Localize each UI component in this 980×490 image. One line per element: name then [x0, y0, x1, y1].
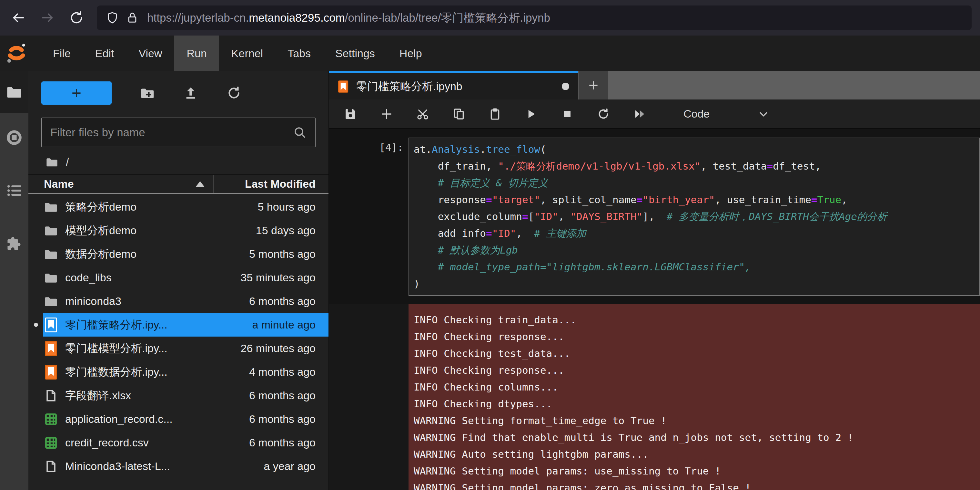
- file-modified: 6 months ago: [249, 295, 328, 308]
- sidebar-tab-file-browser[interactable]: [0, 71, 29, 113]
- reload-icon[interactable]: [69, 10, 84, 25]
- url-bar[interactable]: https://jupyterlab-cn.metanoia8295.com/o…: [97, 5, 972, 30]
- code-line[interactable]: add_info="ID", # 主键添加: [414, 225, 976, 242]
- file-name: 模型分析demo: [65, 223, 256, 238]
- notebook-content: [4]: at.Analysis.tree_flow( df_train, ".…: [329, 129, 980, 490]
- file-browser-panel: + /: [29, 71, 329, 490]
- file-name: 数据分析demo: [65, 247, 249, 262]
- spreadsheet-icon: [43, 435, 59, 450]
- running-kernels-icon[interactable]: [6, 129, 22, 146]
- file-row[interactable]: 策略分析demo 5 hours ago: [29, 195, 328, 219]
- code-line[interactable]: # 默认参数为Lgb: [414, 242, 976, 259]
- code-line[interactable]: at.Analysis.tree_flow(: [414, 141, 976, 158]
- add-cell-icon[interactable]: [380, 108, 393, 120]
- lock-icon[interactable]: [126, 11, 139, 24]
- file-modified: 6 months ago: [249, 389, 328, 402]
- folder-icon: [43, 246, 59, 262]
- output-area: INFO Checking train_data...INFO Checking…: [329, 304, 980, 490]
- menu-item-settings[interactable]: Settings: [323, 35, 387, 71]
- plus-icon: +: [72, 85, 81, 101]
- output-line: WARNING Auto setting lightgbm params...: [414, 446, 977, 463]
- stderr-output: INFO Checking train_data...INFO Checking…: [409, 304, 980, 490]
- output-line: INFO Checking response...: [414, 328, 977, 345]
- notebook-toolbar: Code: [329, 99, 980, 129]
- code-line[interactable]: # 目标定义 & 切片定义: [414, 174, 976, 191]
- notebook-icon: [43, 364, 59, 380]
- app-body: + /: [0, 71, 980, 490]
- file-row[interactable]: credit_record.csv 6 months ago: [29, 431, 328, 455]
- file-name: code_libs: [65, 271, 241, 284]
- stop-icon[interactable]: [561, 108, 574, 120]
- code-line[interactable]: # model_type_path="lightgbm.sklearn.LGBM…: [414, 259, 976, 275]
- menu-items: FileEditViewRunKernelTabsSettingsHelp: [41, 35, 434, 71]
- file-row[interactable]: code_libs 35 minutes ago: [29, 266, 328, 289]
- file-row[interactable]: 零门槛数据分析.ipy... 4 months ago: [29, 360, 328, 384]
- file-row[interactable]: 数据分析demo 5 months ago: [29, 242, 328, 266]
- code-line[interactable]: df_train, "./策略分析demo/v1-lgb/v1-lgb.xlsx…: [414, 158, 976, 174]
- output-line: WARNING Setting model params: use_missin…: [414, 463, 977, 479]
- file-name: 零门槛模型分析.ipy...: [65, 341, 241, 356]
- save-icon[interactable]: [344, 108, 357, 120]
- new-launcher-button[interactable]: +: [41, 81, 111, 105]
- name-column-label: Name: [44, 178, 74, 190]
- shield-icon[interactable]: [106, 11, 119, 24]
- refresh-icon[interactable]: [226, 86, 241, 101]
- plus-icon: +: [589, 76, 598, 95]
- root-folder-icon[interactable]: [45, 156, 59, 169]
- column-header-name[interactable]: Name: [44, 178, 213, 190]
- restart-run-all-icon[interactable]: [633, 108, 646, 120]
- extensions-puzzle-icon[interactable]: [6, 235, 22, 252]
- menu-item-file[interactable]: File: [41, 35, 83, 71]
- run-icon[interactable]: [525, 108, 538, 120]
- menu-item-run[interactable]: Run: [174, 35, 219, 71]
- folder-icon: [6, 84, 22, 101]
- folder-icon: [43, 199, 59, 215]
- back-icon[interactable]: [11, 10, 26, 25]
- column-header-modified[interactable]: Last Modified: [214, 178, 328, 190]
- file-row[interactable]: 零门槛策略分析.ipy... a minute ago: [29, 313, 328, 337]
- dock-tab-bar: 零门槛策略分析.ipynb +: [329, 71, 980, 99]
- forward-icon[interactable]: [40, 10, 55, 25]
- breadcrumb[interactable]: /: [29, 147, 328, 174]
- menu-item-view[interactable]: View: [126, 35, 174, 71]
- menu-item-help[interactable]: Help: [387, 35, 434, 71]
- restart-kernel-icon[interactable]: [597, 108, 610, 120]
- file-row[interactable]: 零门槛模型分析.ipy... 26 minutes ago: [29, 337, 328, 360]
- file-row[interactable]: 字段翻译.xlsx 6 months ago: [29, 384, 328, 407]
- add-tab-button[interactable]: +: [578, 71, 608, 99]
- file-name: 字段翻译.xlsx: [65, 388, 249, 403]
- code-line[interactable]: ): [414, 275, 976, 292]
- file-name: 零门槛数据分析.ipy...: [65, 365, 249, 380]
- new-folder-icon[interactable]: [140, 86, 155, 101]
- cell-type-dropdown[interactable]: Code: [683, 108, 769, 120]
- code-editor[interactable]: at.Analysis.tree_flow( df_train, "./策略分析…: [409, 137, 980, 296]
- file-row[interactable]: miniconda3 6 months ago: [29, 289, 328, 313]
- output-line: WARNING Find that enable_multi is True a…: [414, 429, 977, 446]
- file-row[interactable]: application_record.c... 6 months ago: [29, 407, 328, 431]
- menu-item-label: Help: [399, 47, 422, 60]
- upload-icon[interactable]: [183, 86, 198, 101]
- filter-files-input[interactable]: [50, 126, 293, 139]
- output-line: WARNING Setting model params: zero_as_mi…: [414, 479, 977, 490]
- menu-item-tabs[interactable]: Tabs: [275, 35, 323, 71]
- jupyter-logo-icon: [5, 42, 28, 65]
- file-name: 策略分析demo: [65, 200, 258, 214]
- paste-icon[interactable]: [488, 108, 501, 120]
- file-row[interactable]: 模型分析demo 15 days ago: [29, 219, 328, 242]
- cut-icon[interactable]: [416, 108, 429, 120]
- code-line[interactable]: response="target", split_col_name="birth…: [414, 191, 976, 208]
- cell-output-gap: [329, 296, 980, 304]
- screen: https://jupyterlab-cn.metanoia8295.com/o…: [0, 0, 980, 490]
- notebook-tab-title: 零门槛策略分析.ipynb: [356, 79, 555, 94]
- url-prefix: https://jupyterlab-cn.: [147, 11, 249, 24]
- file-row[interactable]: Miniconda3-latest-L... a year ago: [29, 455, 328, 478]
- dirty-indicator[interactable]: [562, 83, 569, 90]
- menu-item-kernel[interactable]: Kernel: [219, 35, 275, 71]
- menu-item-label: Tabs: [288, 47, 311, 60]
- code-line[interactable]: exclude_column=["ID", "DAYS_BIRTH"], # 多…: [414, 208, 976, 225]
- table-of-contents-icon[interactable]: [6, 182, 22, 199]
- menu-item-edit[interactable]: Edit: [83, 35, 126, 71]
- chevron-down-icon: [758, 109, 769, 120]
- copy-icon[interactable]: [452, 108, 465, 120]
- notebook-tab[interactable]: 零门槛策略分析.ipynb: [329, 71, 578, 99]
